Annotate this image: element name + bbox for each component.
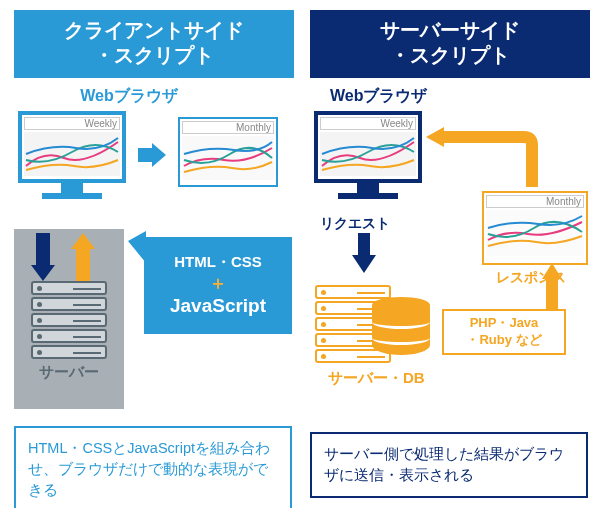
request-label: リクエスト	[320, 215, 390, 233]
server-label-left: サーバー	[14, 363, 124, 382]
bubble-plus: ＋	[156, 274, 280, 292]
svg-rect-7	[486, 210, 584, 256]
bubble-js: JavaScript	[170, 295, 266, 316]
chart-monthly-label-r: Monthly	[486, 195, 584, 208]
svg-rect-2	[320, 132, 416, 176]
server-side-panel: サーバーサイド ・スクリプト Webブラウザ Weekly	[310, 10, 590, 417]
chart-monthly-label-l: Monthly	[182, 121, 274, 134]
client-header-l2: ・スクリプト	[94, 44, 214, 66]
browser-monitor-right: Weekly	[314, 111, 422, 199]
client-side-panel: クライアントサイド ・スクリプト Webブラウザ Weekly	[14, 10, 294, 417]
database-icon	[372, 297, 430, 355]
monthly-panel-left: Monthly	[178, 117, 278, 187]
server-header: サーバーサイド ・スクリプト	[310, 10, 590, 78]
tech-line2: ・Ruby など	[466, 332, 541, 347]
svg-marker-3	[426, 127, 444, 147]
browser-label-left: Webブラウザ	[0, 86, 294, 107]
server-header-l2: ・スクリプト	[390, 44, 510, 66]
server-header-l1: サーバーサイド	[380, 19, 520, 41]
client-stage: Weekly Monthly	[14, 107, 294, 417]
server-stack-icon	[14, 281, 124, 359]
chart-weekly-label-l: Weekly	[24, 117, 120, 130]
chart-monthly-icon-r	[486, 210, 584, 256]
tech-line1: PHP・Java	[470, 315, 539, 330]
arrow-down-icon	[36, 233, 50, 281]
svg-rect-1	[182, 136, 274, 180]
chart-monthly-icon	[182, 136, 274, 180]
svg-rect-0	[24, 132, 120, 176]
client-header: クライアントサイド ・スクリプト	[14, 10, 294, 78]
request-arrow-icon	[348, 233, 388, 283]
server-tech-box: PHP・Java ・Ruby など	[442, 309, 566, 355]
server-caption: サーバー側で処理した結果がブラウザに送信・表示される	[310, 432, 588, 498]
monthly-panel-right: Monthly	[482, 191, 588, 265]
browser-label-right: Webブラウザ	[330, 86, 590, 107]
server-stage: Weekly リクエスト	[310, 107, 590, 417]
arrow-right-icon	[138, 143, 166, 167]
browser-monitor-left: Weekly	[18, 111, 126, 199]
server-area-left: サーバー	[14, 229, 124, 409]
chart-weekly-icon	[24, 132, 120, 176]
svg-rect-5	[358, 233, 370, 255]
bubble-htmlcss: HTML・CSS	[174, 253, 262, 270]
tech-bubble: HTML・CSS ＋ JavaScript	[144, 237, 292, 334]
chart-weekly-icon-r	[320, 132, 416, 176]
response-label: レスポンス	[496, 269, 566, 287]
chart-weekly-label-r: Weekly	[320, 117, 416, 130]
arrow-up-icon	[76, 233, 90, 281]
client-caption: HTML・CSSとJavaScriptを組み合わせ、ブラウザだけで動的な表現がで…	[14, 426, 292, 508]
svg-marker-6	[352, 255, 376, 273]
client-header-l1: クライアントサイド	[64, 19, 244, 41]
server-db-label: サーバー・DB	[328, 369, 425, 388]
